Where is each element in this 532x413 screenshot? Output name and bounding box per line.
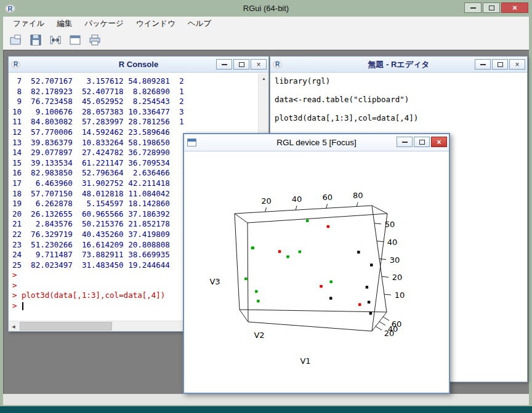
rgl-canvas[interactable]: 204060801020304050204060V3V2V1	[184, 151, 449, 393]
copy-paste-icon	[49, 33, 62, 47]
z-axis-tick	[374, 223, 381, 224]
plot-box-edge	[240, 310, 248, 322]
console-titlebar[interactable]: R R Console ×	[9, 57, 268, 73]
x-axis-tick	[357, 202, 358, 206]
x-axis-tick-label: 80	[353, 191, 363, 200]
printer-icon	[88, 33, 102, 47]
editor-code-line	[275, 104, 527, 113]
z-axis-tick-label: 50	[385, 220, 395, 229]
plot-box-edge	[235, 206, 372, 214]
console-minimize-button[interactable]	[216, 59, 232, 70]
rgl-minimize-button[interactable]	[397, 137, 413, 147]
y-axis-tick	[379, 322, 385, 326]
data-point[interactable]	[329, 297, 332, 299]
x-axis-label: V1	[300, 356, 310, 366]
scroll-up-arrow[interactable]: ▲	[259, 73, 268, 83]
console-restore-button[interactable]	[233, 59, 249, 70]
save-workspace-button[interactable]	[28, 32, 44, 48]
z-axis-tick-label: 20	[392, 273, 403, 282]
taskbar[interactable]	[0, 406, 532, 413]
editor-code-line	[275, 86, 527, 95]
menu-windows[interactable]: ウインドウ	[130, 17, 182, 31]
rgl-restore-button[interactable]	[414, 137, 430, 147]
editor-code-line: data<-read.table("clipboard")	[275, 95, 527, 104]
windows-button[interactable]	[67, 32, 83, 48]
menu-packages[interactable]: パッケージ	[78, 17, 130, 31]
x-axis-tick	[265, 207, 267, 212]
data-point[interactable]	[366, 286, 368, 288]
x-axis-tick-label: 40	[292, 194, 302, 204]
editor-close-button[interactable]: ×	[509, 59, 525, 70]
rgui-window: R RGui (64-bit) × ファイル編集パッケージウインドウヘルプ	[0, 0, 532, 406]
data-point[interactable]	[329, 281, 332, 283]
data-point[interactable]	[320, 285, 322, 287]
console-output-line: 10 9.100676 28.057383 10.336477 3	[12, 107, 257, 118]
x-axis-tick	[296, 206, 297, 210]
console-output-line: 7 52.707167 3.157612 54.809281 2	[12, 76, 257, 87]
z-axis-tick	[382, 276, 389, 277]
open-folder-icon	[9, 33, 23, 47]
y-axis-label: V2	[254, 331, 264, 340]
data-point[interactable]	[358, 303, 361, 306]
plot-box-edge	[372, 206, 387, 214]
rgl-window-icon	[187, 138, 196, 146]
y-axis-tick	[383, 317, 389, 321]
open-script-button[interactable]	[8, 32, 24, 48]
toolbar	[3, 31, 529, 50]
plot-box-edge	[235, 214, 248, 223]
data-point[interactable]	[369, 312, 372, 315]
data-point[interactable]	[306, 219, 308, 222]
minimize-button[interactable]	[464, 2, 482, 13]
editor-titlebar[interactable]: R 無題 - Rエディタ ×	[270, 57, 527, 73]
maximize-button[interactable]	[483, 2, 500, 13]
window-bottom-strip	[3, 394, 529, 405]
horizontal-scroll-thumb[interactable]	[20, 322, 112, 331]
mdi-area: R R Console × 7 52.707167 3.157612 54.80…	[3, 50, 529, 394]
data-point[interactable]	[251, 247, 254, 249]
console-output-line: 8 82.178923 52.407718 8.826890 1	[12, 87, 257, 97]
main-titlebar[interactable]: R RGui (64-bit) ×	[0, 0, 532, 17]
data-point[interactable]	[244, 278, 247, 280]
menu-file[interactable]: ファイル	[7, 17, 50, 31]
data-point[interactable]	[327, 225, 329, 228]
data-point[interactable]	[299, 251, 301, 253]
menu-edit[interactable]: 編集	[50, 17, 78, 31]
data-point[interactable]	[368, 301, 370, 303]
close-button[interactable]: ×	[501, 2, 528, 13]
plot-box-edge	[248, 214, 387, 223]
data-point[interactable]	[255, 290, 257, 292]
console-close-button[interactable]: ×	[251, 59, 267, 70]
plot-box-edge	[235, 214, 240, 310]
console-output-line: 9 76.723458 45.052952 8.254543 2	[12, 97, 257, 107]
screen: R RGui (64-bit) × ファイル編集パッケージウインドウヘルプ	[0, 0, 532, 413]
editor-code-line: library(rgl)	[275, 76, 527, 86]
scroll-left-arrow[interactable]: ◀	[9, 321, 18, 331]
x-axis-tick	[326, 204, 328, 208]
data-point[interactable]	[286, 255, 289, 258]
editor-minimize-button[interactable]	[475, 59, 491, 70]
rgl-titlebar[interactable]: RGL device 5 [Focus] ×	[184, 134, 449, 151]
r-logo-icon: R	[5, 4, 15, 13]
editor-restore-button[interactable]	[492, 59, 508, 70]
data-point[interactable]	[257, 300, 259, 302]
data-point[interactable]	[370, 263, 373, 266]
data-point[interactable]	[278, 250, 281, 252]
rgl-close-button[interactable]: ×	[431, 137, 447, 147]
z-axis-label: V3	[209, 277, 220, 286]
window-icon	[68, 33, 82, 47]
copy-paste-button[interactable]	[47, 32, 63, 48]
menu-help[interactable]: ヘルプ	[182, 17, 217, 31]
print-button[interactable]	[87, 32, 103, 48]
z-axis-tick-label: 30	[390, 255, 400, 265]
x-axis-tick-label: 60	[322, 193, 332, 202]
scatter3d-plot[interactable]: 204060801020304050204060V3V2V1	[184, 151, 449, 393]
z-axis-tick	[384, 294, 391, 295]
r-logo-icon: R	[273, 61, 282, 68]
text-cursor	[22, 302, 23, 310]
plot-box-edge	[240, 310, 387, 312]
rgl-device-window: RGL device 5 [Focus] × 20406080102030405…	[183, 133, 450, 394]
z-axis-tick-label: 40	[387, 238, 398, 247]
plot-box-edge	[248, 322, 372, 331]
data-point[interactable]	[357, 251, 360, 253]
z-axis-tick-label: 10	[395, 291, 405, 300]
